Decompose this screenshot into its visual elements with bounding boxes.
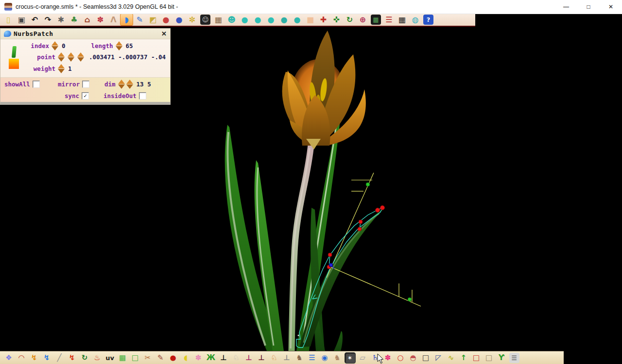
help-icon[interactable]: ?	[422, 14, 435, 26]
ball-red-green-icon[interactable]: ●	[159, 14, 173, 26]
move-arrows-icon[interactable]: ✚	[317, 14, 330, 26]
pacman-yellow-icon[interactable]: ◖	[179, 352, 192, 364]
tree-icon[interactable]: ♣	[68, 14, 81, 26]
new-file-icon[interactable]: ▯	[2, 14, 15, 26]
avatar-4-icon[interactable]: ●	[277, 14, 291, 26]
index-value[interactable]: 0	[62, 42, 66, 50]
avatar-1-icon[interactable]: ●	[238, 14, 251, 26]
length-spinner[interactable]	[116, 41, 123, 50]
deer-icon[interactable]: ♞	[331, 352, 344, 364]
house-icon[interactable]: ⌂	[81, 14, 94, 26]
panel-close-button[interactable]: ✕	[161, 30, 167, 37]
ball-bone-blue-icon[interactable]: ◉	[318, 352, 331, 364]
index-spinner[interactable]	[52, 41, 59, 50]
sphere-grid-icon[interactable]: ◍	[409, 14, 422, 26]
dome-red-icon[interactable]: ◓	[407, 352, 419, 364]
blank-button-icon[interactable]: ■	[304, 14, 317, 26]
hat-rabbit-magenta-icon[interactable]: ⊥	[242, 352, 255, 364]
list-panel-icon[interactable]: ☰	[508, 352, 520, 364]
rotate-arrows-icon[interactable]: ✜	[330, 14, 343, 26]
grid-green-icon[interactable]: ▦	[116, 352, 129, 364]
lightning-blue-icon[interactable]: ↯	[40, 352, 53, 364]
undo-icon[interactable]: ↶	[28, 14, 41, 26]
maximize-button[interactable]: □	[577, 0, 600, 14]
gear-icon[interactable]: ✱	[54, 14, 68, 26]
mirror-checkbox[interactable]	[82, 81, 89, 88]
square-green-icon[interactable]: □	[129, 352, 141, 364]
vertex-dot	[298, 335, 299, 336]
flowers-icon[interactable]: ✽	[94, 14, 107, 26]
lightning-orange-icon[interactable]: ↯	[28, 352, 40, 364]
dim-v-spinner[interactable]	[126, 80, 134, 89]
saturn-icon[interactable]: ♄	[369, 352, 381, 364]
point-value[interactable]: .003471 -.000737 -.04	[89, 53, 166, 61]
cube-wire-icon[interactable]: □	[419, 352, 432, 364]
worm-red-icon[interactable]: ◠	[15, 352, 28, 364]
pen-knife-icon[interactable]: ✎	[154, 352, 167, 364]
flower-pink-icon[interactable]: ✽	[381, 352, 394, 364]
length-value[interactable]: 65	[126, 42, 133, 50]
ball-globe-icon[interactable]: ●	[173, 14, 186, 26]
rotate-ball-green-icon[interactable]: ↻	[78, 352, 91, 364]
texture-square-icon[interactable]: ◩	[146, 14, 159, 26]
avatar-3-icon[interactable]: ●	[264, 14, 277, 26]
polyline-yellow-icon[interactable]: ∿	[445, 352, 457, 364]
rabbit-orange-icon[interactable]: ♘	[268, 352, 280, 364]
point-x-spinner[interactable]	[58, 52, 65, 62]
avatar-2-icon[interactable]: ●	[251, 14, 264, 26]
tophat-maroon-icon[interactable]: ⊥	[255, 352, 268, 364]
point-y-spinner[interactable]	[68, 52, 75, 62]
showall-checkbox[interactable]	[33, 81, 40, 88]
tag-points-icon[interactable]: ▱	[356, 352, 369, 364]
pick-star-icon[interactable]: ✶	[344, 352, 356, 364]
sync-checkbox[interactable]	[82, 92, 89, 99]
weight-spinner[interactable]	[58, 64, 65, 73]
turn-circle-icon[interactable]: ↻	[343, 14, 356, 26]
hierarchy-blue-icon[interactable]: ☰	[306, 352, 318, 364]
point-z-spinner[interactable]	[77, 52, 85, 62]
ellipse-red-icon[interactable]: ○	[394, 352, 407, 364]
butterfly-icon[interactable]: ❖	[2, 352, 15, 364]
paintbrush-icon[interactable]: ✎	[133, 14, 146, 26]
flame-red-icon[interactable]: ↯	[66, 352, 78, 364]
dim-u-spinner[interactable]	[118, 80, 125, 89]
insideout-checkbox[interactable]	[139, 92, 146, 99]
select-dotted-gray-icon[interactable]: □	[483, 352, 495, 364]
dim-value[interactable]: 13 5	[137, 81, 151, 88]
nurbspatch-panel-titlebar[interactable]: NurbsPatch ✕	[0, 29, 170, 39]
flower[interactable]	[282, 31, 366, 149]
rail-icon[interactable]: ☰	[382, 14, 396, 26]
crosshair-icon[interactable]: ⊕	[356, 14, 369, 26]
image-icon[interactable]: ▦	[369, 14, 382, 26]
uv-map-icon[interactable]: uv	[104, 352, 116, 364]
legs-icon[interactable]: Λ	[107, 14, 120, 26]
sprout-single-icon[interactable]: Ƴ	[495, 352, 508, 364]
control-points-green[interactable]	[366, 182, 412, 301]
select-dotted-red-icon[interactable]: □	[470, 352, 483, 364]
knife-icon[interactable]: ╱	[53, 352, 66, 364]
crown-icon[interactable]: ♨	[91, 352, 104, 364]
tophat-gray-icon[interactable]: ⊥	[280, 352, 293, 364]
divider-tool-icon[interactable]: ✂	[141, 352, 154, 364]
tophat-black-icon[interactable]: ⊥	[217, 352, 230, 364]
avatar-5-icon[interactable]: ●	[291, 14, 304, 26]
face-icon[interactable]: ☺	[199, 14, 212, 26]
skeleton-icon[interactable]: ✼	[186, 14, 199, 26]
redo-icon[interactable]: ↷	[41, 14, 54, 26]
close-button[interactable]: ✕	[600, 0, 622, 14]
minimize-button[interactable]: —	[555, 0, 577, 14]
save-icon[interactable]: ▣	[15, 14, 28, 26]
boxes-icon[interactable]: ▦	[212, 14, 225, 26]
avatar-head-icon[interactable]: ☻	[225, 14, 238, 26]
rabbit-white-icon[interactable]: ♘	[230, 352, 242, 364]
dim-label: dim	[104, 81, 116, 88]
box-diagonal-icon[interactable]: ◸	[432, 352, 445, 364]
mouse-hat-icon[interactable]: ♞	[293, 352, 306, 364]
weight-value[interactable]: 1	[68, 65, 72, 72]
axes-3d-icon[interactable]: ↑	[457, 352, 470, 364]
sprouts-icon[interactable]: Ж	[205, 352, 217, 364]
grid-icon[interactable]: ▦	[396, 14, 409, 26]
daisy-icon[interactable]: ✽	[192, 352, 205, 364]
ladybug-icon[interactable]: ●	[167, 352, 179, 364]
nurbs-patch-icon[interactable]: ◗	[120, 14, 133, 26]
